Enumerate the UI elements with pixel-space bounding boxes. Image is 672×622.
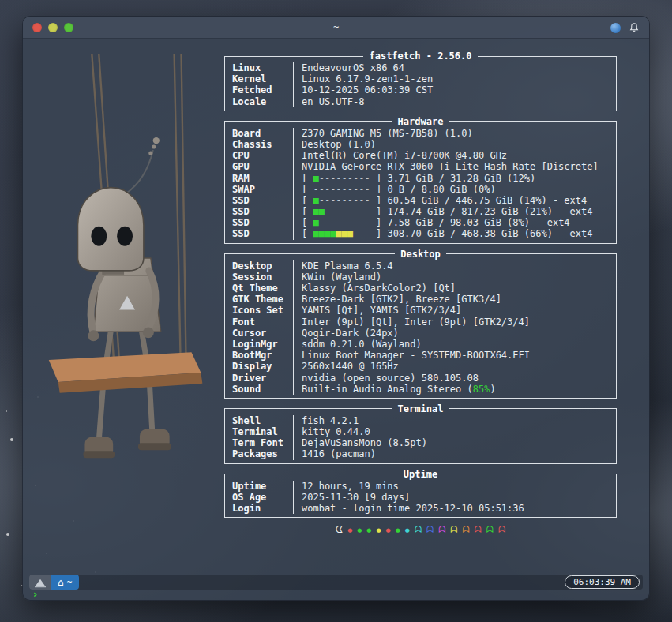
titlebar[interactable]: ~: [23, 17, 649, 39]
palette-dot: ●: [405, 524, 410, 537]
pacman-icon: ᗧ: [336, 524, 343, 537]
section-uptime: UptimeUptimeOS AgeLogin12 hours, 19 mins…: [224, 470, 617, 519]
info-label: RAM: [232, 173, 293, 184]
info-value: Qogir-Dark (24px): [302, 328, 616, 339]
info-value: [ ■--------- ] 3.71 GiB / 31.28 GiB (12%…: [302, 173, 616, 184]
info-value: EndeavourOS x86_64: [302, 62, 616, 73]
info-value: Klassy (ArsDarkColor2) [Qt]: [302, 283, 616, 294]
info-label: Linux: [232, 62, 293, 73]
info-value: NVIDIA GeForce RTX 3060 Ti Lite Hash Rat…: [302, 161, 616, 172]
info-value: Built-in Audio Analog Stereo (85%): [302, 384, 616, 395]
home-icon: ⌂: [58, 578, 64, 587]
section-hardware: HardwareBoardChassisCPUGPURAMSWAPSSDSSDS…: [224, 117, 617, 244]
info-value: [ ■■-------- ] 174.74 GiB / 817.23 GiB (…: [302, 206, 616, 217]
info-label: Login: [232, 503, 293, 514]
info-label: LoginMgr: [232, 339, 293, 350]
stars: [0, 0, 2, 2]
section-title: Desktop: [395, 249, 446, 259]
info-value: [ ■--------- ] 60.54 GiB / 446.75 GiB (1…: [302, 195, 616, 206]
info-value: 2560x1440 @ 165Hz: [302, 361, 616, 372]
ghost-icon: ᗣ: [415, 524, 422, 537]
ghost-icon: ᗣ: [475, 524, 482, 537]
info-label: SSD: [232, 217, 293, 228]
info-value: Desktop (1.0): [302, 139, 616, 150]
palette-dot: ●: [396, 524, 400, 537]
info-value: DejaVuSansMono (8.5pt): [302, 437, 616, 448]
tab-bar: ⌂ ~ 06:03:39 AM: [29, 575, 643, 590]
info-label: Cursor: [232, 328, 293, 339]
info-label: SSD: [232, 228, 293, 239]
ghost-icon: ᗣ: [426, 524, 434, 537]
info-value: [ ---------- ] 0 B / 8.80 GiB (0%): [302, 184, 616, 195]
info-label: GTK Theme: [232, 294, 293, 305]
info-value: sddm 0.21.0 (Wayland): [302, 339, 616, 350]
info-label: Icons Set: [232, 305, 293, 316]
prompt-arrow-icon: ›: [33, 588, 37, 600]
tab-label: ~: [67, 577, 73, 587]
palette-dot: ●: [386, 524, 391, 537]
robot-swing-image: [32, 40, 234, 589]
info-value: [ ■--------- ] 7.58 GiB / 98.03 GiB (8%)…: [302, 217, 616, 228]
info-label: Session: [232, 272, 293, 283]
shell-prompt[interactable]: ›: [33, 590, 37, 599]
info-label: SWAP: [232, 184, 293, 195]
info-value: Inter (9pt) [Qt], Inter (9pt) [GTK2/3/4]: [302, 317, 616, 328]
status-dot-icon: [610, 23, 621, 33]
section-title: Hardware: [392, 117, 449, 126]
info-label: Driver: [232, 373, 293, 384]
info-label: Qt Theme: [232, 283, 293, 294]
info-value: 2025-11-30 [9 days]: [302, 492, 616, 503]
palette-dot: ●: [357, 524, 362, 537]
window-title: ~: [23, 21, 649, 32]
ghost-icon: ᗣ: [498, 524, 505, 537]
info-value: 1416 (pacman): [302, 448, 616, 459]
info-value: en_US.UTF-8: [302, 96, 616, 107]
info-value: Z370 GAMING M5 (MS-7B58) (1.0): [302, 128, 616, 139]
info-value: YAMIS [Qt], YAMIS [GTK2/3/4]: [302, 305, 616, 316]
info-label: Display: [232, 361, 293, 372]
palette-dot: ●: [366, 524, 371, 537]
info-label: SSD: [232, 195, 293, 206]
info-value: KWin (Wayland): [302, 272, 616, 283]
info-value: wombat - login time 2025-12-10 05:51:36: [302, 503, 616, 514]
info-value: KDE Plasma 6.5.4: [302, 260, 616, 272]
info-label: CPU: [232, 150, 293, 161]
info-value: [ ■■■■■■■--- ] 308.70 GiB / 468.38 GiB (…: [302, 228, 616, 239]
bell-icon[interactable]: [629, 22, 640, 33]
section-terminal: TerminalShellTerminalTerm FontPackagesfi…: [224, 404, 617, 464]
ghost-icon: ᗣ: [486, 524, 494, 537]
info-label: Board: [232, 128, 293, 139]
section-fastfetch: fastfetch - 2.56.0LinuxKernelFetchedLoca…: [224, 51, 617, 111]
info-label: Sound: [232, 384, 293, 395]
info-label: GPU: [232, 161, 293, 172]
info-label: Locale: [232, 96, 293, 107]
info-label: BootMgr: [232, 350, 293, 361]
info-label: OS Age: [232, 492, 293, 503]
fastfetch-output: fastfetch - 2.56.0LinuxKernelFetchedLoca…: [224, 51, 617, 536]
section-desktop: DesktopDesktopSessionQt ThemeGTK ThemeIc…: [224, 249, 617, 399]
info-value: Intel(R) Core(TM) i7-8700K @4.80 GHz: [302, 150, 616, 161]
info-label: SSD: [232, 206, 293, 217]
info-value: 10-12-2025 06:03:39 CST: [302, 84, 616, 96]
info-label: Uptime: [232, 481, 293, 492]
section-title: fastfetch - 2.56.0: [363, 51, 477, 61]
tab-home[interactable]: ⌂ ~: [51, 575, 79, 590]
info-label: Kernel: [232, 73, 293, 84]
info-label: Packages: [232, 448, 293, 459]
info-label: Shell: [232, 415, 293, 426]
info-label: Font: [232, 317, 293, 328]
info-value: fish 4.2.1: [302, 415, 616, 426]
ghost-icon: ᗣ: [450, 524, 457, 537]
info-label: Terminal: [232, 426, 293, 437]
fastfetch-sections: fastfetch - 2.56.0LinuxKernelFetchedLoca…: [224, 51, 617, 518]
info-value: Linux 6.17.9-zen1-1-zen: [302, 73, 616, 84]
info-label: Fetched: [232, 84, 293, 96]
info-value: Linux Boot Manager - SYSTEMD-BOOTX64.EFI: [302, 350, 616, 361]
section-title: Terminal: [392, 404, 449, 414]
info-value: kitty 0.44.0: [302, 426, 616, 437]
info-label: Desktop: [232, 260, 293, 272]
palette-dot: ●: [376, 524, 381, 537]
info-value: 12 hours, 19 mins: [302, 481, 616, 492]
ghost-icon: ᗣ: [462, 524, 469, 537]
info-value: nvidia (open source) 580.105.08: [302, 373, 616, 384]
